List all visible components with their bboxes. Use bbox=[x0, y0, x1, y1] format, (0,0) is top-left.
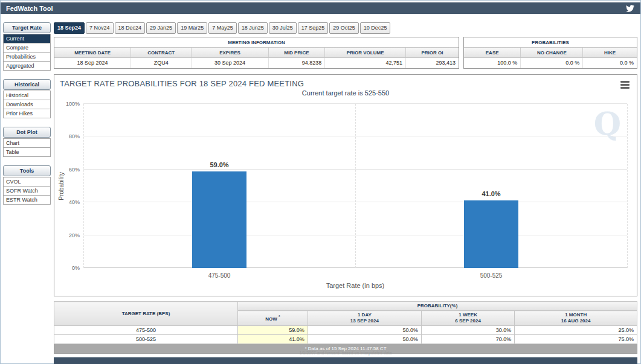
tab-18-sep24[interactable]: 18 Sep24 bbox=[54, 22, 85, 34]
sidebar-item-sofr-watch[interactable]: SOFR Watch bbox=[3, 186, 51, 196]
one-week-date: 6 SEP 2024 bbox=[424, 318, 512, 324]
prior-oi-value: 293,413 bbox=[406, 58, 459, 68]
now-column-header: NOW * bbox=[237, 311, 308, 326]
gridline bbox=[83, 104, 84, 268]
meeting-information-headers: MEETING DATE CONTRACT EXPIRES MID PRICE … bbox=[54, 48, 459, 58]
hike-header: HIKE bbox=[583, 48, 637, 57]
probabilities-headers: EASE NO CHANGE HIKE bbox=[464, 48, 637, 58]
one-day-cell: 50.0% bbox=[308, 326, 421, 335]
sidebar-section-target-rate: Target Rate bbox=[3, 22, 51, 33]
y-axis-title: Probability bbox=[58, 104, 65, 268]
y-tick-label: 60% bbox=[59, 167, 80, 173]
interpolation-footnote: 1/1/2007 and forward: based on interpola… bbox=[54, 351, 637, 355]
gridline bbox=[355, 104, 356, 268]
sidebar-item-compare[interactable]: Compare bbox=[3, 43, 51, 53]
sidebar-item-aggregated[interactable]: Aggregated bbox=[3, 61, 51, 71]
y-axis-title-text: Probability bbox=[58, 172, 65, 200]
y-tick-label: 100% bbox=[59, 101, 80, 107]
tab-19-mar25[interactable]: 19 Mar25 bbox=[177, 22, 207, 34]
plot-area: 0% 20% 40% 60% 80% 100% 59.0% 475-500 41… bbox=[83, 104, 627, 268]
twitter-icon[interactable] bbox=[626, 4, 635, 13]
one-week-label: 1 WEEK bbox=[424, 312, 512, 318]
now-cell: 41.0% bbox=[237, 335, 308, 344]
tab-29-jan25[interactable]: 29 Jan25 bbox=[146, 22, 176, 34]
sidebar-item-dotplot-table[interactable]: Table bbox=[3, 147, 51, 157]
meeting-date-tabs: 18 Sep24 7 Nov24 18 Dec24 29 Jan25 19 Ma… bbox=[54, 22, 390, 34]
ease-header: EASE bbox=[464, 48, 521, 57]
tab-7-may25[interactable]: 7 May25 bbox=[208, 22, 237, 34]
y-tick-label: 0% bbox=[59, 265, 80, 271]
ease-value: 100.0 % bbox=[464, 58, 521, 68]
bar-value-label: 41.0% bbox=[455, 190, 527, 197]
bar-475-500[interactable] bbox=[192, 171, 246, 268]
meeting-information-values: 18 Sep 2024 ZQU4 30 Sep 2024 94.8238 42,… bbox=[54, 58, 459, 68]
probability-pct-header: PROBABILITY(%) bbox=[237, 302, 637, 311]
chart-context-menu-icon[interactable] bbox=[620, 81, 630, 90]
meeting-date-header: MEETING DATE bbox=[54, 48, 131, 57]
sidebar-item-cvol[interactable]: CVOL bbox=[3, 177, 51, 187]
probabilities-title: PROBABILITIES bbox=[464, 37, 637, 48]
one-day-cell: 50.0% bbox=[308, 335, 421, 344]
gridline bbox=[627, 104, 628, 268]
one-week-column-header: 1 WEEK6 SEP 2024 bbox=[421, 311, 514, 326]
tab-18-dec24[interactable]: 18 Dec24 bbox=[115, 22, 146, 34]
chart-subtitle: Current target rate is 525-550 bbox=[54, 89, 637, 97]
sidebar-section-dot-plot: Dot Plot bbox=[3, 127, 51, 138]
sidebar-item-downloads[interactable]: Downloads bbox=[3, 100, 51, 109]
sidebar-section-tools: Tools bbox=[3, 165, 51, 176]
x-axis-title: Target Rate (in bps) bbox=[83, 282, 627, 289]
app-title: FedWatch Tool bbox=[6, 5, 53, 12]
contract-value: ZQU4 bbox=[131, 58, 192, 68]
tab-7-nov24[interactable]: 7 Nov24 bbox=[86, 22, 114, 34]
bar-group-475-500: 59.0% 475-500 bbox=[192, 104, 246, 268]
table-row: 475-500 59.0% 50.0% 30.0% 25.0% bbox=[54, 326, 637, 335]
one-day-label: 1 DAY bbox=[310, 312, 419, 318]
meeting-information-title: MEETING INFORMATION bbox=[54, 37, 459, 48]
no-change-value: 0.0 % bbox=[521, 58, 583, 68]
tab-29-oct25[interactable]: 29 Oct25 bbox=[329, 22, 359, 34]
now-asterisk: * bbox=[279, 315, 280, 319]
expires-header: EXPIRES bbox=[192, 48, 268, 57]
y-tick-label: 20% bbox=[59, 232, 80, 238]
tab-30-jul25[interactable]: 30 Jul25 bbox=[269, 22, 297, 34]
app-header: FedWatch Tool bbox=[1, 2, 640, 14]
one-month-label: 1 MONTH bbox=[517, 312, 635, 318]
one-day-date: 13 SEP 2024 bbox=[310, 318, 419, 324]
one-week-cell: 30.0% bbox=[421, 326, 514, 335]
sidebar-item-estr-watch[interactable]: ESTR Watch bbox=[3, 195, 51, 205]
tab-18-jun25[interactable]: 18 Jun25 bbox=[238, 22, 268, 34]
next-section-header-bar bbox=[54, 357, 637, 364]
x-tick-label: 475-500 bbox=[177, 272, 262, 279]
bar-500-525[interactable] bbox=[464, 200, 518, 268]
sidebar-item-historical[interactable]: Historical bbox=[3, 91, 51, 100]
sidebar-item-probabilities[interactable]: Probabilities bbox=[3, 52, 51, 62]
sidebar-item-prior-hikes[interactable]: Prior Hikes bbox=[3, 109, 51, 118]
sidebar: Target Rate Current Compare Probabilitie… bbox=[3, 22, 51, 205]
one-month-column-header: 1 MONTH16 AUG 2024 bbox=[515, 311, 637, 326]
prior-volume-value: 42,751 bbox=[325, 58, 406, 68]
sidebar-item-current[interactable]: Current bbox=[3, 34, 51, 43]
y-tick-label: 40% bbox=[59, 199, 80, 205]
sidebar-item-dotplot-chart[interactable]: Chart bbox=[3, 138, 51, 148]
now-label: NOW bbox=[265, 316, 277, 321]
fedwatch-app: FedWatch Tool Target Rate Current Compar… bbox=[0, 0, 641, 364]
meeting-date-value: 18 Sep 2024 bbox=[54, 58, 131, 68]
target-rate-probabilities-chart: TARGET RATE PROBABILITIES FOR 18 SEP 202… bbox=[54, 74, 637, 296]
bar-value-label: 59.0% bbox=[183, 161, 256, 168]
mid-price-header: MID PRICE bbox=[269, 48, 326, 57]
now-cell: 59.0% bbox=[237, 326, 308, 335]
tab-10-dec25[interactable]: 10 Dec25 bbox=[360, 22, 391, 34]
one-month-cell: 75.0% bbox=[515, 335, 637, 344]
rate-cell: 500-525 bbox=[54, 335, 238, 344]
target-rate-bps-header: TARGET RATE (BPS) bbox=[54, 302, 238, 326]
mid-price-value: 94.8238 bbox=[269, 58, 326, 68]
hike-value: 0.0 % bbox=[583, 58, 637, 68]
contract-header: CONTRACT bbox=[131, 48, 192, 57]
tab-17-sep25[interactable]: 17 Sep25 bbox=[298, 22, 329, 34]
no-change-header: NO CHANGE bbox=[521, 48, 583, 57]
y-tick-label: 80% bbox=[59, 133, 80, 139]
meeting-information-panel: MEETING INFORMATION MEETING DATE CONTRAC… bbox=[54, 37, 459, 69]
info-row: MEETING INFORMATION MEETING DATE CONTRAC… bbox=[54, 37, 637, 69]
prior-oi-header: PRIOR OI bbox=[406, 48, 459, 57]
expires-value: 30 Sep 2024 bbox=[192, 58, 268, 68]
